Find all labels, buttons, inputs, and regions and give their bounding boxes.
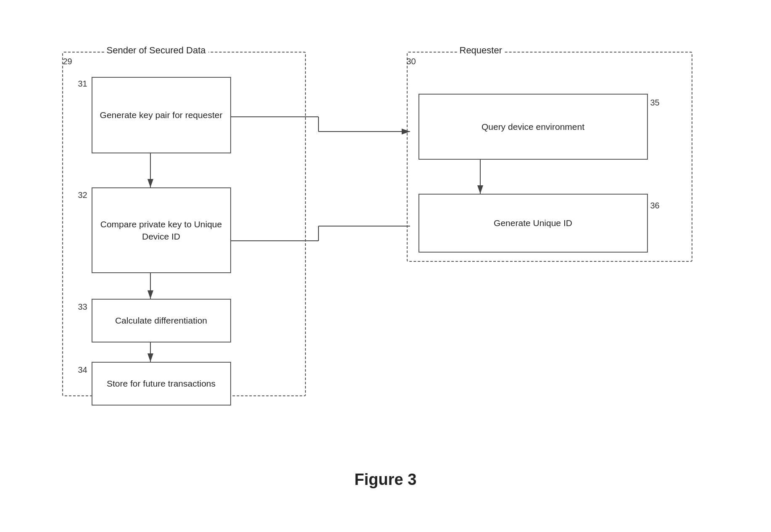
diagram-container: Sender of Secured Data Requester 29 30 3… [50, 35, 722, 497]
process-box-35: Query device environment [418, 94, 648, 160]
figure-caption: Figure 3 [355, 471, 417, 489]
ref-30: 30 [407, 57, 416, 66]
ref-33: 33 [78, 302, 87, 312]
ref-29: 29 [63, 57, 72, 66]
ref-34: 34 [78, 365, 87, 375]
ref-36: 36 [650, 201, 660, 211]
ref-31: 31 [78, 79, 87, 89]
sender-label: Sender of Secured Data [104, 45, 208, 56]
process-box-31: Generate key pair for requester [92, 77, 231, 153]
process-box-34: Store for future transactions [92, 362, 231, 406]
ref-32: 32 [78, 190, 87, 200]
process-box-32: Compare private key to Unique Device ID [92, 187, 231, 273]
requester-label: Requester [457, 45, 505, 56]
ref-35: 35 [650, 98, 660, 108]
process-box-36: Generate Unique ID [418, 194, 648, 253]
process-box-33: Calculate differentiation [92, 299, 231, 342]
